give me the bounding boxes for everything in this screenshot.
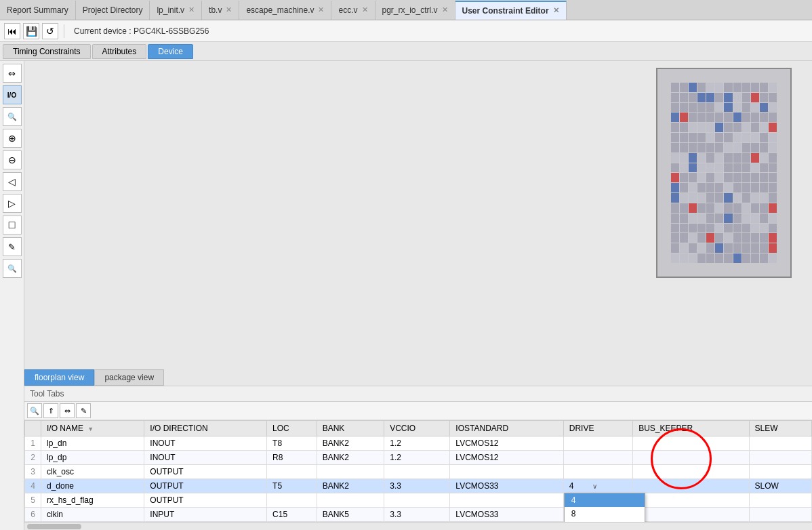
tab-escape-machine[interactable]: escape_machine.v ✕ bbox=[239, 1, 331, 20]
zoom-out-button[interactable]: ⊖ bbox=[3, 150, 22, 169]
th-io-direction[interactable]: I/O DIRECTION bbox=[144, 421, 267, 436]
table-row[interactable]: 4d_doneOUTPUTT5BANK23.3LVCMOS33 4 ∨ 4812… bbox=[25, 479, 812, 493]
close-icon[interactable]: ✕ bbox=[188, 5, 195, 14]
toolbar-separator bbox=[64, 24, 64, 38]
floorplan-view-button[interactable]: floorplan view bbox=[24, 369, 94, 386]
table-btn-3[interactable]: ⇔ bbox=[60, 403, 75, 418]
cell-drive[interactable]: 4 ∨ 481216 bbox=[563, 479, 632, 493]
tab-ecc[interactable]: ecc.v ✕ bbox=[331, 1, 375, 20]
fpga-grid bbox=[671, 83, 777, 263]
cell-loc: T5 bbox=[267, 479, 317, 493]
dropdown-option[interactable]: 4 bbox=[565, 493, 645, 507]
dropdown-option[interactable]: 12 bbox=[565, 521, 645, 522]
subtab-label: Timing Constraints bbox=[13, 47, 81, 56]
close-icon[interactable]: ✕ bbox=[362, 5, 368, 14]
row-number: 4 bbox=[25, 479, 41, 493]
table-row[interactable]: 1lp_dnINOUTT8BANK21.2LVCMOS12 bbox=[25, 436, 812, 451]
th-io-name[interactable]: I/O NAME ▼ bbox=[41, 421, 144, 436]
tab-tb[interactable]: tb.v ✕ bbox=[202, 1, 239, 20]
package-view-button[interactable]: package view bbox=[94, 369, 164, 386]
tab-user-constraint[interactable]: User Constraint Editor ✕ bbox=[455, 1, 567, 20]
scrollbar-thumb[interactable] bbox=[27, 524, 81, 529]
io-table: I/O NAME ▼ I/O DIRECTION LOC BANK bbox=[24, 420, 812, 522]
magnify-button[interactable]: 🔍 bbox=[3, 259, 22, 278]
cell-io-direction: OUTPUT bbox=[144, 479, 267, 493]
th-io-name-label: I/O NAME bbox=[47, 424, 83, 433]
cell-vccio: 3.3 bbox=[384, 479, 450, 493]
drive-dropdown-popup: 481216 bbox=[564, 493, 645, 522]
tab-label: Project Directory bbox=[83, 5, 143, 15]
table-search-button[interactable]: 🔍 bbox=[27, 403, 42, 418]
fit-button[interactable]: ⇔ bbox=[3, 64, 22, 83]
table-btn-2[interactable]: ⇑ bbox=[43, 403, 58, 418]
cell-bank bbox=[317, 493, 384, 508]
cell-loc: C15 bbox=[267, 508, 317, 522]
zoom-in-button[interactable]: ⊕ bbox=[3, 129, 22, 148]
tab-label: escape_machine.v bbox=[246, 5, 314, 15]
pen-button[interactable]: ✎ bbox=[3, 237, 22, 256]
tab-report-summary[interactable]: Report Summary bbox=[0, 1, 76, 20]
main-content: ⇔ I/O 🔍 ⊕ ⊖ ◁ ▷ □ ✎ 🔍 floorplan view bbox=[0, 61, 812, 530]
th-slew[interactable]: SLEW bbox=[749, 421, 812, 436]
drive-dropdown[interactable]: 4 ∨ bbox=[569, 481, 597, 491]
toolbar-btn-first[interactable]: ⏮ bbox=[4, 23, 20, 39]
refresh-icon: ↺ bbox=[46, 26, 54, 37]
table-scrollbar[interactable] bbox=[24, 522, 812, 530]
th-vccio[interactable]: VCCIO bbox=[384, 421, 450, 436]
th-bus-keeper[interactable]: BUS_KEEPER bbox=[633, 421, 749, 436]
tab-bar: Report Summary Project Directory lp_init… bbox=[0, 0, 812, 20]
th-bank-label: BANK bbox=[323, 424, 345, 433]
table-btn-4[interactable]: ✎ bbox=[76, 403, 91, 418]
th-drive-label: DRIVE bbox=[569, 424, 594, 433]
close-icon[interactable]: ✕ bbox=[442, 5, 448, 14]
cell-bus-keeper bbox=[633, 436, 749, 451]
subtab-label: Device bbox=[158, 47, 183, 56]
cell-io-name: rx_hs_d_flag bbox=[41, 493, 144, 508]
select-button[interactable]: □ bbox=[3, 216, 22, 235]
toolbar: ⏮ 💾 ↺ Current device : PGC4KL-6SSBG256 bbox=[0, 20, 812, 42]
cell-slew bbox=[749, 465, 812, 479]
close-icon[interactable]: ✕ bbox=[226, 5, 232, 14]
subtab-label: Attributes bbox=[102, 47, 137, 56]
subtab-device[interactable]: Device bbox=[148, 44, 193, 59]
close-icon[interactable]: ✕ bbox=[318, 5, 324, 14]
table-row[interactable]: 2lp_dpINOUTR8BANK21.2LVCMOS12 bbox=[25, 451, 812, 465]
table-toolbar: 🔍 ⇑ ⇔ ✎ bbox=[24, 402, 812, 420]
tab-pgr-rx[interactable]: pgr_rx_io_ctrl.v ✕ bbox=[375, 1, 455, 20]
toolbar-btn-save[interactable]: 💾 bbox=[23, 23, 39, 39]
table-row[interactable]: 3clk_oscOUTPUT bbox=[25, 465, 812, 479]
next-button[interactable]: ▷ bbox=[3, 194, 22, 213]
content-area: floorplan view package view Tool Tabs 🔍 … bbox=[24, 61, 812, 530]
th-drive[interactable]: DRIVE bbox=[563, 421, 632, 436]
diagram-area[interactable]: floorplan view package view bbox=[24, 61, 812, 386]
subtab-timing-constraints[interactable]: Timing Constraints bbox=[3, 44, 91, 59]
th-direction-label: I/O DIRECTION bbox=[150, 424, 207, 433]
subtab-attributes[interactable]: Attributes bbox=[92, 44, 147, 59]
tab-label: lp_init.v bbox=[157, 5, 184, 15]
prev-button[interactable]: ◁ bbox=[3, 172, 22, 191]
table-row[interactable]: 6clkinINPUTC15BANK53.3LVCMOS33 bbox=[25, 508, 812, 522]
th-bank[interactable]: BANK bbox=[317, 421, 384, 436]
cell-vccio bbox=[384, 493, 450, 508]
table-scroll-container[interactable]: I/O NAME ▼ I/O DIRECTION LOC BANK bbox=[24, 420, 812, 522]
tab-label: ecc.v bbox=[338, 5, 357, 15]
cell-io-name: clkin bbox=[41, 508, 144, 522]
tab-project-directory[interactable]: Project Directory bbox=[76, 1, 150, 20]
tab-lp-init[interactable]: lp_init.v ✕ bbox=[150, 1, 202, 20]
tab-label: tb.v bbox=[209, 5, 222, 15]
th-iostandard[interactable]: IOSTANDARD bbox=[450, 421, 563, 436]
search-button[interactable]: 🔍 bbox=[3, 107, 22, 126]
cell-io-name: lp_dn bbox=[41, 436, 144, 451]
cell-bank: BANK2 bbox=[317, 479, 384, 493]
dropdown-option[interactable]: 8 bbox=[565, 507, 645, 521]
cell-slew bbox=[749, 451, 812, 465]
close-icon[interactable]: ✕ bbox=[553, 6, 559, 15]
io-button[interactable]: I/O bbox=[3, 85, 22, 104]
toolbar-btn-refresh[interactable]: ↺ bbox=[42, 23, 58, 39]
sort-icon: ▼ bbox=[87, 426, 94, 432]
th-loc[interactable]: LOC bbox=[267, 421, 317, 436]
cell-loc: T8 bbox=[267, 436, 317, 451]
th-num bbox=[25, 421, 41, 436]
th-iostandard-label: IOSTANDARD bbox=[455, 424, 508, 433]
table-row[interactable]: 5rx_hs_d_flagOUTPUT bbox=[25, 493, 812, 508]
